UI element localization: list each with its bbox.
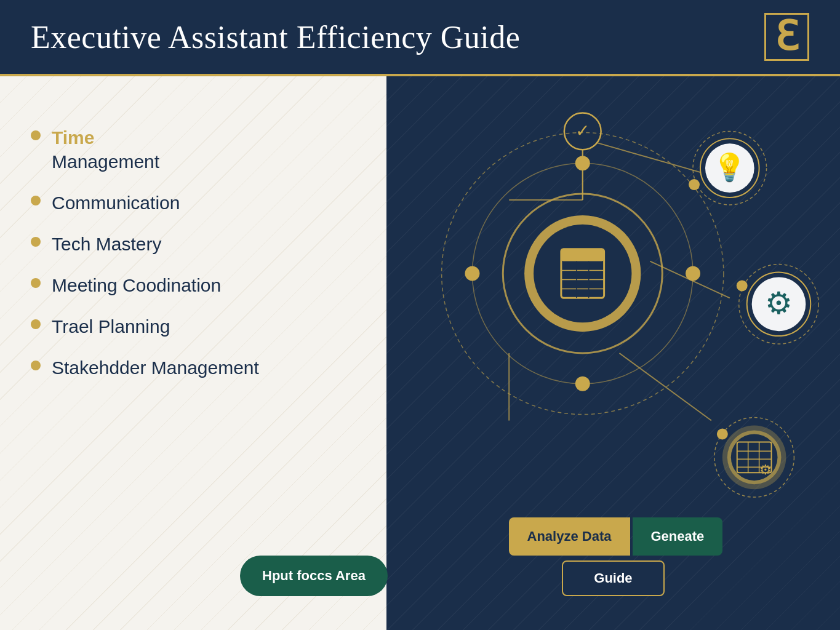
bullet-dot bbox=[31, 130, 41, 140]
svg-point-22 bbox=[686, 266, 700, 281]
item-text-time: TimeManagement bbox=[52, 126, 159, 173]
right-panel: ✓ bbox=[386, 76, 840, 630]
bullet-dot bbox=[31, 319, 41, 329]
item-text-travel: Trael Planning bbox=[52, 314, 170, 338]
bullet-list: TimeManagement Communication Tech Master… bbox=[31, 126, 356, 380]
list-item-communication: Communication bbox=[31, 191, 356, 215]
svg-text:✓: ✓ bbox=[575, 121, 590, 140]
generate-button[interactable]: Geneate bbox=[633, 517, 723, 556]
svg-point-29 bbox=[689, 179, 700, 190]
svg-text:💡: 💡 bbox=[713, 151, 746, 183]
list-item-travel: Trael Planning bbox=[31, 314, 356, 338]
main-content: TimeManagement Communication Tech Master… bbox=[0, 76, 840, 630]
bullet-dot bbox=[31, 196, 41, 205]
item-text-tech: Tech Mastery bbox=[52, 232, 161, 256]
page-title: Executive Assistant Efficiency Guide bbox=[31, 19, 520, 55]
svg-line-1 bbox=[583, 138, 711, 175]
svg-point-34 bbox=[737, 280, 748, 291]
list-item-time: TimeManagement bbox=[31, 126, 356, 173]
bullet-dot bbox=[31, 361, 41, 370]
highlight-time: Time bbox=[52, 127, 94, 148]
svg-point-24 bbox=[465, 266, 479, 281]
bullet-dot bbox=[31, 278, 41, 288]
svg-point-23 bbox=[575, 377, 590, 391]
item-text-communication: Communication bbox=[52, 191, 180, 215]
item-text-meeting: Meeting Coodination bbox=[52, 273, 221, 297]
analyze-data-button[interactable]: Analyze Data bbox=[509, 517, 630, 556]
item-text-stakeholder: Stakehdder Management bbox=[52, 356, 259, 380]
input-focus-button[interactable]: Ηput foccs Area bbox=[240, 556, 388, 596]
list-item-stakeholder: Stakehdder Management bbox=[31, 356, 356, 380]
svg-point-21 bbox=[575, 156, 590, 170]
svg-text:⚙: ⚙ bbox=[759, 462, 771, 477]
guide-button[interactable]: Guide bbox=[562, 560, 664, 596]
svg-text:⚙: ⚙ bbox=[765, 287, 793, 321]
bullet-dot bbox=[31, 237, 41, 247]
svg-point-46 bbox=[717, 429, 728, 440]
analyze-generate-row: Analyze Data Geneate bbox=[504, 517, 723, 556]
svg-line-3 bbox=[619, 353, 711, 421]
svg-rect-15 bbox=[561, 249, 604, 261]
header: Executive Assistant Efficiency Guide Ɛ bbox=[0, 0, 840, 74]
left-panel: TimeManagement Communication Tech Master… bbox=[0, 76, 386, 630]
svg-point-13 bbox=[534, 225, 631, 322]
list-item-meeting: Meeting Coodination bbox=[31, 273, 356, 297]
brand-icon: Ɛ bbox=[764, 13, 809, 61]
list-item-tech: Tech Mastery bbox=[31, 232, 356, 256]
